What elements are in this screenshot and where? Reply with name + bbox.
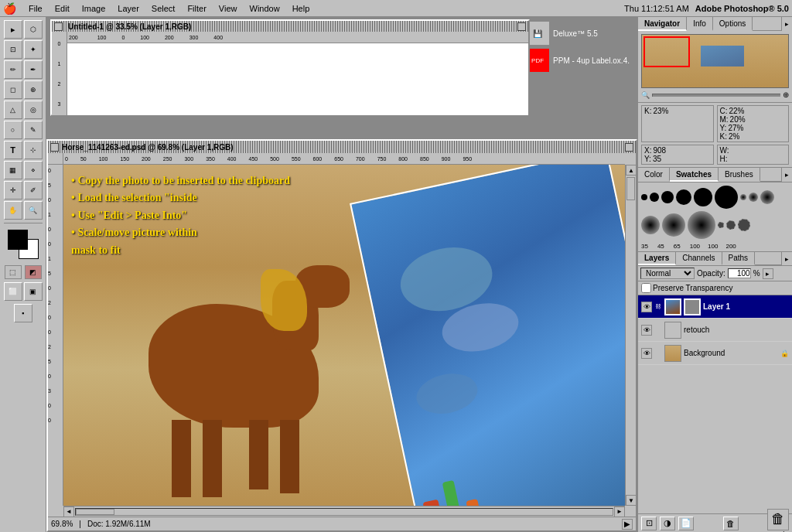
layer-1-chain[interactable]: ⛓ bbox=[654, 302, 662, 312]
dodge-tool[interactable]: ○ bbox=[4, 121, 22, 139]
canvas-image-area[interactable]: • Copy the photo to be inserted to the c… bbox=[63, 165, 625, 506]
bg-chain[interactable] bbox=[654, 348, 662, 359]
brush-65[interactable] bbox=[688, 211, 715, 239]
paintbrush-tool[interactable]: ✏ bbox=[4, 60, 22, 79]
brush-35[interactable] bbox=[641, 211, 660, 239]
desktop-icon-4[interactable]: PDF PPM - 4up Label.ox.4. bbox=[525, 48, 630, 73]
scroll-up[interactable]: ▲ bbox=[626, 165, 637, 176]
fullscreen-menu[interactable]: ▣ bbox=[24, 282, 43, 301]
scrollbar-v[interactable]: ▲ ▼ bbox=[625, 165, 636, 506]
brush-150[interactable] bbox=[726, 211, 736, 239]
tab-channels[interactable]: Channels bbox=[676, 252, 722, 265]
menu-edit[interactable]: Edit bbox=[49, 2, 76, 15]
menu-help[interactable]: Help bbox=[286, 2, 316, 15]
magic-wand[interactable]: ✦ bbox=[24, 40, 43, 59]
rubber-stamp[interactable]: ⊕ bbox=[24, 80, 43, 99]
menu-filter[interactable]: Filter bbox=[181, 2, 212, 15]
bg-visibility[interactable]: 👁 bbox=[641, 348, 652, 359]
hand-tool[interactable]: ✋ bbox=[4, 201, 22, 220]
status-arrow[interactable]: ▶ bbox=[622, 519, 633, 530]
menu-window[interactable]: Window bbox=[244, 2, 286, 15]
untitled-zoom[interactable] bbox=[517, 22, 526, 31]
blend-mode-select[interactable]: Normal Multiply Screen Overlay bbox=[640, 268, 695, 279]
tab-paths[interactable]: Paths bbox=[722, 252, 756, 265]
desktop-icon-3[interactable]: 💾 Deluxe™ 5.5 bbox=[525, 21, 630, 46]
scroll-thumb-h[interactable] bbox=[76, 509, 114, 515]
scroll-track-v[interactable] bbox=[626, 176, 636, 495]
foreground-color[interactable] bbox=[8, 230, 28, 250]
canvas-titlebar[interactable]: Horse_1141263-ed.psd @ 69.8% (Layer 1,RG… bbox=[48, 141, 636, 153]
lasso-tool[interactable]: ⬡ bbox=[24, 20, 43, 39]
pencil-tool[interactable]: ✒ bbox=[24, 60, 43, 79]
untitled-close[interactable] bbox=[54, 22, 63, 31]
preserve-check[interactable] bbox=[641, 283, 651, 293]
zoom-out-icon[interactable]: 🔍 bbox=[641, 91, 650, 99]
retouch-visibility[interactable]: 👁 bbox=[641, 325, 652, 336]
csb-menu-btn[interactable]: ▸ bbox=[781, 168, 792, 182]
standard-mode[interactable]: ⬚ bbox=[5, 265, 22, 279]
menu-view[interactable]: View bbox=[213, 2, 244, 15]
menu-image[interactable]: Image bbox=[76, 2, 112, 15]
scroll-right[interactable]: ► bbox=[614, 506, 625, 517]
canvas-close[interactable] bbox=[50, 143, 59, 152]
brush-100[interactable] bbox=[718, 211, 724, 239]
standard-screen[interactable]: ⬜ bbox=[4, 282, 22, 301]
scroll-down[interactable]: ▼ bbox=[626, 495, 637, 506]
new-layer-btn[interactable]: 📄 bbox=[678, 517, 694, 530]
brush-5[interactable] bbox=[641, 186, 647, 209]
menu-layer[interactable]: Layer bbox=[111, 2, 145, 15]
paint-bucket[interactable]: ⋄ bbox=[24, 161, 43, 179]
menu-select[interactable]: Select bbox=[145, 2, 182, 15]
crop-tool[interactable]: ⊡ bbox=[4, 40, 22, 59]
tab-swatches[interactable]: Swatches bbox=[670, 168, 719, 182]
tab-info[interactable]: Info bbox=[687, 17, 713, 31]
nav-view-box[interactable] bbox=[644, 36, 690, 67]
pen-tool[interactable]: ✎ bbox=[24, 121, 43, 139]
tab-navigator[interactable]: Navigator bbox=[638, 17, 687, 31]
add-layer-mask-btn[interactable]: ⊡ bbox=[641, 517, 657, 530]
untitled-titlebar[interactable]: Untitled-1 @ 33.5% (Layer 1,RGB) bbox=[52, 21, 528, 32]
color-boxes[interactable] bbox=[8, 230, 39, 259]
gradient-tool[interactable]: ▦ bbox=[4, 161, 22, 179]
opacity-input[interactable] bbox=[728, 268, 751, 278]
add-adjustment-btn[interactable]: ◑ bbox=[660, 517, 675, 530]
tab-color[interactable]: Color bbox=[638, 168, 670, 182]
opacity-arrow[interactable]: ▸ bbox=[763, 268, 773, 279]
notes-tool[interactable]: ✐ bbox=[24, 181, 43, 200]
eyedropper-tool[interactable]: ✛ bbox=[4, 181, 22, 200]
brush-soft-2[interactable] bbox=[749, 186, 758, 209]
brush-27[interactable] bbox=[715, 186, 738, 209]
scrollbar-h[interactable]: ◄ ► bbox=[63, 506, 625, 517]
canvas-zoom-btn[interactable] bbox=[625, 143, 633, 152]
focus-tool[interactable]: ◎ bbox=[24, 101, 43, 119]
smudge-tool[interactable]: △ bbox=[4, 101, 22, 119]
scroll-track-h[interactable] bbox=[75, 508, 613, 516]
brush-soft-1[interactable] bbox=[740, 186, 746, 209]
fullscreen[interactable]: ▪ bbox=[14, 304, 32, 322]
layer-1-visibility[interactable]: 👁 bbox=[641, 302, 652, 312]
quick-mask-mode[interactable]: ◩ bbox=[25, 265, 42, 279]
type-tool[interactable]: T bbox=[4, 141, 22, 159]
scroll-thumb-v[interactable] bbox=[626, 177, 635, 200]
zoom-in-icon[interactable]: ⊕ bbox=[783, 90, 789, 99]
layer-row-bg[interactable]: 👁 Background 🔒 bbox=[638, 342, 792, 365]
brush-45[interactable] bbox=[662, 211, 685, 239]
menu-file[interactable]: File bbox=[22, 2, 49, 15]
tab-layers[interactable]: Layers bbox=[638, 252, 676, 265]
tab-options[interactable]: Options bbox=[713, 17, 753, 31]
brush-200[interactable] bbox=[738, 211, 750, 239]
retouch-chain[interactable] bbox=[654, 325, 662, 336]
scroll-left[interactable]: ◄ bbox=[63, 506, 74, 517]
apple-menu[interactable]: 🍎 bbox=[3, 2, 16, 15]
zoom-tool[interactable]: 🔍 bbox=[24, 201, 43, 220]
eraser-tool[interactable]: ◻ bbox=[4, 80, 22, 99]
brush-21[interactable] bbox=[694, 186, 712, 209]
zoom-slider[interactable] bbox=[652, 94, 780, 97]
marquee-tool[interactable]: ▸ bbox=[4, 20, 22, 39]
brush-13[interactable] bbox=[661, 186, 674, 209]
nav-menu-btn[interactable]: ▸ bbox=[781, 17, 792, 31]
trash-icon[interactable]: 🗑 bbox=[767, 509, 789, 530]
brush-17[interactable] bbox=[676, 186, 691, 209]
layers-menu-btn[interactable]: ▸ bbox=[781, 252, 792, 266]
tab-brushes[interactable]: Brushes bbox=[719, 168, 760, 182]
